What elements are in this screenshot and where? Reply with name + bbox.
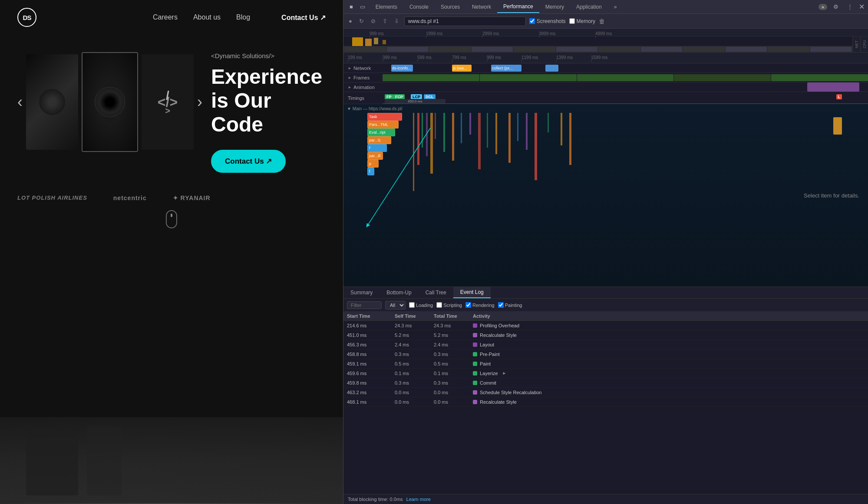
screenshots-checkbox[interactable] — [529, 18, 535, 24]
animation-track-label[interactable]: ► Animation — [343, 85, 383, 90]
par-l1-block[interactable]: par...l1 — [367, 136, 391, 144]
table-row[interactable]: 451.0 ms 5.2 ms 5.2 ms Recalculate Style — [343, 330, 868, 340]
table-row[interactable]: 459.8 ms 0.3 ms 0.3 ms Commit — [343, 378, 868, 388]
tab-call-tree[interactable]: Call Tree — [419, 287, 453, 298]
hero-tag: <Dynamic Solutions/> — [211, 52, 326, 59]
par-l1-flame[interactable]: par...l1 — [367, 136, 391, 144]
filter-input[interactable] — [347, 301, 382, 309]
table-row[interactable]: 459.1 ms 0.5 ms 0.5 ms Paint — [343, 359, 868, 369]
device-toggle-button[interactable]: ▭ — [357, 2, 368, 12]
timings-track-label[interactable]: Timings — [343, 96, 383, 101]
painting-checkbox[interactable] — [498, 302, 504, 308]
nav-about[interactable]: About us — [193, 13, 221, 21]
mouse-scroll-indicator — [171, 214, 172, 217]
screenshots-checkbox-label[interactable]: Screenshots — [529, 18, 566, 24]
th-total-time: Total Time — [430, 312, 469, 320]
upload-button[interactable]: ⇧ — [381, 17, 389, 25]
parse-html-flame[interactable]: Pars...TML — [367, 121, 399, 128]
ruler-999: 999 ms — [487, 55, 501, 60]
painting-checkbox-label[interactable]: Painting — [498, 302, 522, 308]
network-track-label[interactable]: ► Network — [343, 66, 383, 71]
tab-console[interactable]: Console — [403, 1, 435, 13]
netcentric-logo: netcentric — [113, 194, 147, 201]
record-button[interactable]: ● — [347, 17, 354, 25]
scripting-checkbox[interactable] — [436, 302, 442, 308]
f-block-2[interactable]: f — [367, 168, 374, 175]
tab-summary[interactable]: Summary — [343, 287, 380, 298]
memory-checkbox[interactable] — [569, 18, 575, 24]
tab-performance[interactable]: Performance — [497, 1, 539, 13]
tab-more[interactable]: » — [608, 1, 623, 13]
delete-button[interactable]: 🗑 — [599, 18, 605, 25]
nav-contact-button[interactable]: Contact Us ↗ — [281, 13, 326, 22]
eval-script-flame[interactable]: Eval...ript — [367, 128, 395, 136]
reload-record-button[interactable]: ↻ — [357, 17, 366, 25]
tab-sources[interactable]: Sources — [435, 1, 466, 13]
table-row[interactable]: 459.6 ms 0.1 ms 0.1 ms Layerize ► — [343, 369, 868, 378]
inspect-tool-button[interactable]: ■ — [347, 2, 356, 12]
frames-track-label[interactable]: ► Frames — [343, 75, 383, 80]
flame-chart[interactable]: ▼ Main — https://www.ds.pl/ Task Pars...… — [343, 104, 868, 287]
tab-elements[interactable]: Elements — [370, 1, 403, 13]
devtools-panel: ■ ▭ Elements Console Sources Network Per… — [343, 0, 868, 504]
loading-checkbox[interactable] — [409, 302, 415, 308]
tab-memory[interactable]: Memory — [539, 1, 570, 13]
next-arrow-button[interactable]: › — [197, 93, 202, 111]
rendering-checkbox-label[interactable]: Rendering — [465, 302, 495, 308]
table-row[interactable]: 468.1 ms 0.0 ms 0.0 ms Recalculate Style — [343, 397, 868, 407]
p-block[interactable]: p — [367, 160, 379, 168]
table-row[interactable]: 456.3 ms 2.4 ms 2.4 ms Layout — [343, 340, 868, 349]
cta-contact-button[interactable]: Contact Us ↗ — [211, 150, 286, 173]
download-button[interactable]: ⇩ — [393, 17, 401, 25]
scroll-indicator — [0, 206, 343, 233]
ruler-mark-1999: 1999 ms — [426, 31, 442, 36]
td-self-0: 24.3 ms — [391, 323, 430, 328]
td-total-5: 0.1 ms — [430, 371, 469, 376]
table-row[interactable]: 463.2 ms 0.0 ms 0.0 ms Schedule Style Re… — [343, 388, 868, 397]
layerize-expand[interactable]: ► — [502, 371, 507, 376]
url-display[interactable] — [404, 16, 526, 26]
scripting-checkbox-label[interactable]: Scripting — [436, 302, 462, 308]
td-total-7: 0.0 ms — [430, 390, 469, 395]
td-start-6: 459.8 ms — [343, 380, 391, 385]
logo[interactable]: DS — [17, 8, 36, 27]
f-flame-1[interactable]: f — [367, 144, 387, 152]
p-flame[interactable]: p — [367, 160, 379, 168]
tab-application[interactable]: Application — [570, 1, 608, 13]
eval-script-block[interactable]: Eval...ript — [367, 128, 395, 136]
table-row[interactable]: 214.6 ms 24.3 ms 24.3 ms Profiling Overh… — [343, 321, 868, 330]
f-block-1[interactable]: f — [367, 144, 387, 152]
layout-shifts-line — [383, 103, 868, 104]
event-log-table[interactable]: 214.6 ms 24.3 ms 24.3 ms Profiling Overh… — [343, 321, 868, 494]
nav-blog[interactable]: Blog — [236, 13, 250, 21]
tab-network[interactable]: Network — [466, 1, 497, 13]
par-ill-block[interactable]: par...ill — [367, 152, 383, 160]
clear-button[interactable]: ⊘ — [369, 17, 377, 25]
more-options-button[interactable]: ⋮ — [845, 2, 855, 12]
activity-label-5: Layerize — [480, 371, 498, 376]
network-item-3: collect (px... — [491, 65, 521, 72]
activity-dot-2 — [473, 343, 477, 347]
tab-event-log[interactable]: Event Log — [453, 287, 491, 298]
tab-bottom-up[interactable]: Bottom-Up — [380, 287, 418, 298]
close-devtools-button[interactable]: ✕ — [859, 3, 865, 11]
event-log-wrapper: Start Time Self Time Total Time Activity… — [343, 312, 868, 494]
ryanair-logo: ✦ RYANAIR — [173, 194, 211, 201]
prev-arrow-button[interactable]: ‹ — [17, 93, 23, 111]
td-start-4: 459.1 ms — [343, 361, 391, 366]
task-flame[interactable]: Task — [367, 113, 402, 121]
task-block[interactable]: Task — [367, 113, 402, 121]
table-row[interactable]: 458.8 ms 0.3 ms 0.3 ms Pre-Paint — [343, 349, 868, 359]
rendering-checkbox[interactable] — [465, 302, 471, 308]
settings-button[interactable]: ⚙ — [831, 2, 841, 12]
memory-checkbox-label[interactable]: Memory — [569, 18, 595, 24]
learn-more-link[interactable]: Learn more — [406, 497, 431, 502]
loading-checkbox-label[interactable]: Loading — [409, 302, 433, 308]
td-self-8: 0.0 ms — [391, 399, 430, 405]
f-flame-2[interactable]: f — [367, 168, 374, 175]
timeline-minimap[interactable]: 999 ms 1999 ms 2999 ms 3999 ms 4999 ms C… — [343, 29, 868, 53]
filter-select[interactable]: All — [385, 301, 406, 310]
parse-html-block[interactable]: Pars...TML — [367, 121, 399, 128]
par-ill-flame[interactable]: par...ill — [367, 152, 383, 160]
nav-careers[interactable]: Careers — [153, 13, 178, 21]
